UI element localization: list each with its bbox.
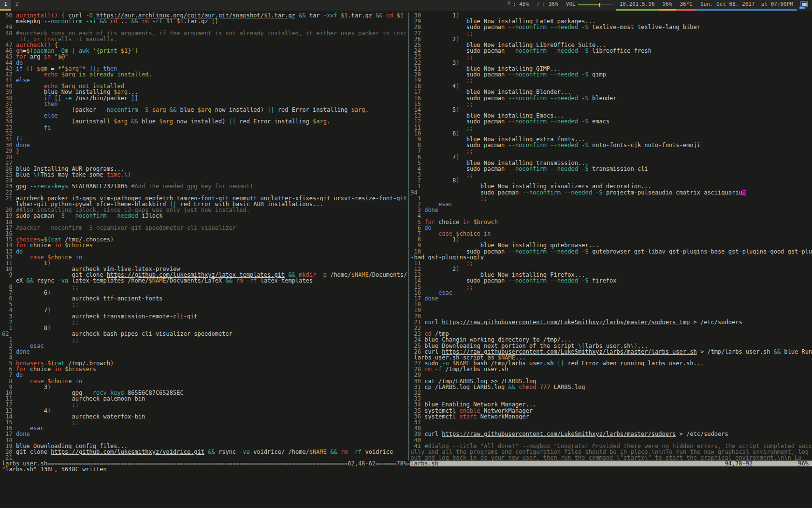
memory-usage-value: : 45% <box>513 1 529 7</box>
line-number: 2 <box>2 319 13 325</box>
separator-glyph: | <box>407 237 410 242</box>
line-number: 2 <box>410 178 421 183</box>
code-line: 17done <box>410 296 812 301</box>
workspace-tab-2[interactable]: 2 <box>11 0 22 11</box>
code-line: 25blue \(This may take some time.\) <box>2 172 407 178</box>
separator-glyph: | <box>407 166 410 172</box>
line-number: 6 <box>2 366 13 372</box>
line-number: 50 <box>2 13 13 18</box>
ip-address: 10.201.5.96 <box>616 0 659 11</box>
code-line: 16 sudo pacman --noconfirm --needed -S b… <box>410 95 812 101</box>
code-line: 11 ;; <box>410 125 812 131</box>
separator-glyph: | <box>407 384 410 390</box>
line-number: 9 <box>410 242 421 248</box>
separator-glyph: | <box>407 207 410 213</box>
line-number: 16 <box>2 231 13 237</box>
line-number: 41 <box>2 77 13 83</box>
separator-glyph: | <box>407 449 410 455</box>
code-line: 15 ;; <box>410 284 812 290</box>
line-number: 10 <box>410 131 421 136</box>
separator-glyph: | <box>407 402 410 407</box>
code-line: 21 blue Now installing GIMP... <box>410 66 812 72</box>
code-line: 7do <box>2 372 407 378</box>
cpu-temperature-value: 36°C <box>680 1 693 7</box>
statusline-active: larbs.sh 94,78-92 96% <box>410 461 812 466</box>
vertical-split-separator[interactable]: ||||||||||||||||||||||||||||||||||||||||… <box>407 13 410 461</box>
separator-glyph: | <box>407 172 410 178</box>
code-line: 10 aurcheck vim-live-latex-preview <box>2 266 407 272</box>
line-number: 39 <box>410 431 421 437</box>
code-line: 3 aurcheck transmission-remote-cli-git <box>2 314 407 319</box>
separator-glyph: | <box>407 154 410 160</box>
code-line: 4 sudo pacman --noconfirm --needed -S tr… <box>410 166 812 172</box>
code-line: 28 <box>2 154 407 160</box>
code-line: -bad gst-plugins-ugly <box>410 254 812 260</box>
code-line: 24 sudo pacman --noconfirm --needed -S l… <box>410 48 812 54</box>
code-line: 9 git clone https://github.com/lukesmith… <box>2 272 407 278</box>
code-line: 23cd /tmp <box>410 331 812 337</box>
volume-slider[interactable] <box>578 4 612 5</box>
separator-glyph: | <box>407 443 410 449</box>
line-number: 7 <box>410 231 421 237</box>
line-number: 36 <box>410 414 421 419</box>
separator-glyph: | <box>407 349 410 355</box>
separator-glyph: | <box>407 101 410 107</box>
line-number: 45 <box>2 54 13 60</box>
code-line: 29 blue Now installing LaTeX packages... <box>410 18 812 24</box>
line-number: 23 <box>2 183 13 189</box>
workspace-tab-1[interactable]: 1 <box>0 0 11 11</box>
editor-pane-right[interactable]: 30 1)29 blue Now installing LaTeX packag… <box>410 13 812 461</box>
code-line: 37 <box>410 419 812 425</box>
separator-glyph: | <box>407 266 410 272</box>
separator-glyph: | <box>407 95 410 101</box>
code-line: 4 <box>410 213 812 219</box>
code-line: 27sudo -u $NAME bash /tmp/larbs_user.sh … <box>410 360 812 366</box>
code-line: 18 <box>410 301 812 307</box>
line-number: 3 <box>410 207 421 213</box>
separator-glyph: | <box>407 225 410 231</box>
code-line: 25blue Downloading next portion of the s… <box>410 343 812 349</box>
line-number: 26 <box>410 349 421 355</box>
separator-glyph: | <box>407 425 410 431</box>
code-line: 6do <box>410 225 812 231</box>
code-line: 15 ;; <box>410 101 812 107</box>
code-line: 14 sudo pacman --noconfirm --needed -S f… <box>410 278 812 284</box>
vim-editor: 50aurinstall() { curl -O https://aur.arc… <box>0 11 812 461</box>
line-number: 34 <box>410 402 421 407</box>
editor-pane-left[interactable]: 50aurinstall() { curl -O https://aur.arc… <box>2 13 407 461</box>
code-line: 42 echo $arg is already installed. <box>2 72 407 77</box>
code-line: 19 ;; <box>410 77 812 83</box>
code-line: 2 esac <box>2 343 407 349</box>
separator-glyph: | <box>407 408 410 414</box>
line-number: 33 <box>2 125 13 131</box>
line-number: 5 <box>2 360 13 366</box>
separator-glyph: | <box>407 13 410 18</box>
line-number: 25 <box>410 42 421 48</box>
statusline-left-position: 62,48-62======78%= <box>348 461 410 466</box>
line-number: 6 <box>410 154 421 160</box>
separator-glyph: | <box>407 414 410 419</box>
code-line: 1 ;; <box>2 337 407 343</box>
code-line: 32 <box>410 390 812 396</box>
separator-glyph: | <box>407 195 410 201</box>
battery-level: 96% <box>659 0 676 11</box>
code-line: 8 case $choice in <box>2 378 407 384</box>
line-number: 3 <box>2 314 13 319</box>
code-line: 48#aurcheck runs on each of its argument… <box>2 30 407 36</box>
code-line: 20#Also installing i3lock, since i3-gaps… <box>2 207 407 213</box>
line-number: 28 <box>410 24 421 30</box>
status-modules: M: 45% /: 36% VOL 10.201.5.96 96% 36°C S… <box>504 0 812 11</box>
line-number: 38 <box>410 425 421 431</box>
volume-slider-knob[interactable] <box>599 3 600 7</box>
code-line: 26curl https://raw.githubusercontent.com… <box>410 349 812 355</box>
separator-glyph: | <box>407 249 410 254</box>
separator-glyph: | <box>407 378 410 384</box>
code-line: 26blue Installing AUR programs... <box>2 166 407 172</box>
code-line: 31cp /LARBS.log LARBS.log && chmod 777 L… <box>410 384 812 390</box>
line-number: 34 <box>2 119 13 124</box>
separator-glyph: | <box>407 54 410 60</box>
code-line: lybar-git python-pywal xfce-theme-blackb… <box>2 201 407 207</box>
code-line: 19 <box>410 307 812 313</box>
code-line: 46qm=$(pacman -Qm | awk '{print $1}') <box>2 48 407 54</box>
line-number: 10 <box>410 249 421 254</box>
